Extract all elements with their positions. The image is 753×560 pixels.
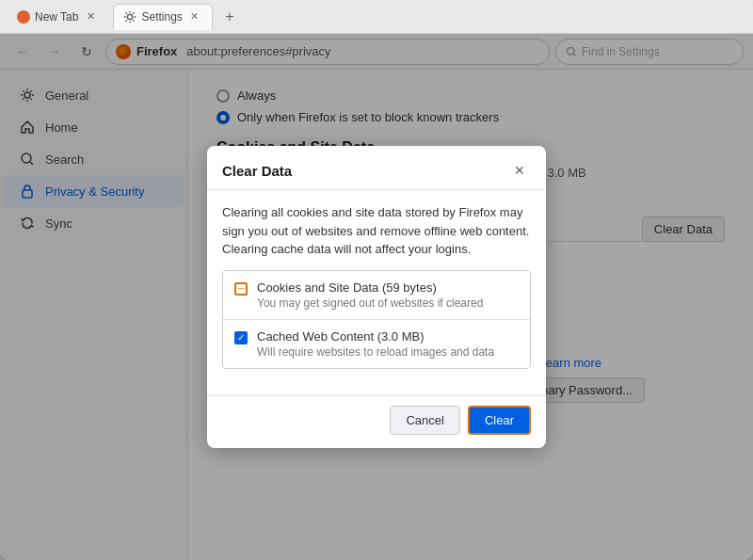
dialog-header: Clear Data ✕ bbox=[207, 146, 546, 190]
dialog-title: Clear Data bbox=[222, 163, 292, 179]
cookies-option-desc: You may get signed out of websites if cl… bbox=[257, 296, 483, 310]
tab-new-tab[interactable]: New Tab ✕ bbox=[8, 4, 107, 30]
dialog-intro-text: Clearing all cookies and site data store… bbox=[222, 203, 531, 259]
firefox-icon-new-tab bbox=[17, 10, 30, 24]
cache-option-text: Cached Web Content (3.0 MB) Will require… bbox=[257, 329, 494, 359]
modal-overlay: Clear Data ✕ Clearing all cookies and si… bbox=[0, 34, 753, 560]
tab-new-tab-label: New Tab bbox=[35, 10, 78, 24]
dialog-options-list: ─ Cookies and Site Data (59 bytes) You m… bbox=[222, 270, 531, 369]
tab-new-tab-close[interactable]: ✕ bbox=[83, 9, 98, 24]
dialog-close-button[interactable]: ✕ bbox=[508, 159, 531, 182]
dialog-footer: Cancel Clear bbox=[207, 395, 546, 448]
dialog-option-cookies: ─ Cookies and Site Data (59 bytes) You m… bbox=[223, 271, 530, 320]
clear-data-dialog: Clear Data ✕ Clearing all cookies and si… bbox=[207, 146, 546, 448]
cache-option-desc: Will require websites to reload images a… bbox=[257, 345, 494, 359]
cookies-option-checkbox[interactable]: ─ bbox=[234, 282, 248, 296]
tab-settings-label: Settings bbox=[141, 10, 182, 24]
cookies-option-title: Cookies and Site Data (59 bytes) bbox=[257, 280, 483, 295]
cache-option-title: Cached Web Content (3.0 MB) bbox=[257, 329, 494, 344]
cache-option-checkbox[interactable]: ✓ bbox=[234, 331, 248, 344]
new-tab-button[interactable]: + bbox=[218, 6, 241, 28]
title-bar: New Tab ✕ Settings ✕ + bbox=[0, 0, 753, 34]
dialog-clear-button[interactable]: Clear bbox=[468, 406, 531, 435]
cookies-option-text: Cookies and Site Data (59 bytes) You may… bbox=[257, 280, 483, 310]
dialog-option-cache: ✓ Cached Web Content (3.0 MB) Will requi… bbox=[223, 320, 530, 368]
tab-settings-close[interactable]: ✕ bbox=[187, 9, 202, 24]
svg-point-0 bbox=[128, 14, 133, 19]
dialog-body: Clearing all cookies and site data store… bbox=[207, 190, 546, 395]
dialog-cancel-button[interactable]: Cancel bbox=[390, 406, 459, 435]
settings-gear-icon bbox=[123, 10, 136, 24]
tab-settings[interactable]: Settings ✕ bbox=[113, 4, 212, 30]
